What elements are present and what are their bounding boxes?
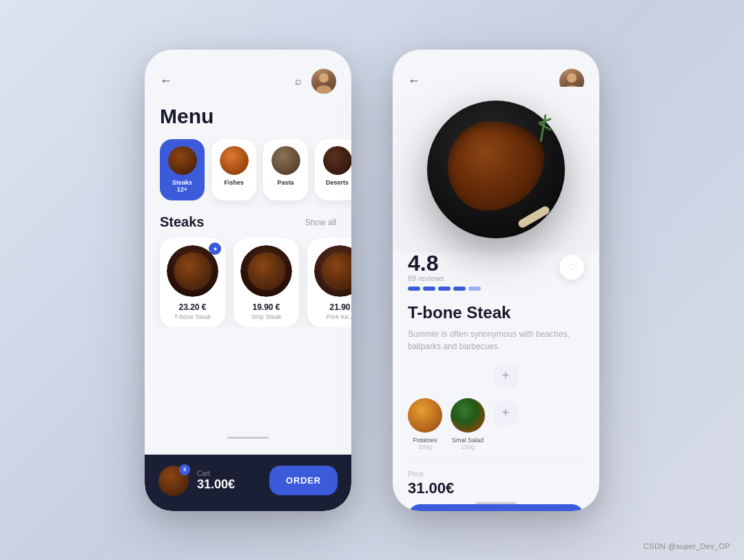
strip-plate bbox=[240, 245, 292, 297]
category-desserts[interactable]: Deserts bbox=[315, 139, 351, 201]
steak-circle bbox=[168, 146, 197, 175]
extra-potatoes[interactable]: Potatoes 200g bbox=[408, 398, 442, 450]
category-dessert-label: Deserts bbox=[326, 179, 349, 187]
steaks-section-title: Steaks bbox=[160, 214, 205, 230]
price-value: 31.00€ bbox=[408, 479, 584, 497]
category-fish-image bbox=[220, 146, 249, 175]
pork-image bbox=[314, 245, 351, 297]
order-button[interactable]: ORDER bbox=[269, 466, 338, 495]
cart-bar: 3 Cart 31.00€ ORDER bbox=[145, 455, 351, 511]
featured-badge: ★ bbox=[209, 242, 221, 255]
salad-label: Smal Salad bbox=[452, 437, 484, 444]
extras-plus-group: + + bbox=[493, 364, 518, 450]
steak-herb bbox=[540, 114, 547, 142]
strip-price: 19.90 € bbox=[240, 302, 292, 312]
rating-number: 4.8 bbox=[408, 252, 481, 274]
cart-count-badge: 3 bbox=[179, 464, 190, 475]
potatoes-label: Potatoes bbox=[413, 437, 437, 444]
cart-price: 31.00€ bbox=[197, 477, 261, 492]
tbone-price: 23.20 € bbox=[167, 302, 218, 312]
star-3 bbox=[438, 287, 451, 291]
phone-menu: ← ⌕ Menu Steaks 12+ Fishes bbox=[145, 50, 351, 511]
item-title: T-bone Steak bbox=[408, 303, 584, 322]
cart-label: Cart bbox=[197, 470, 261, 477]
detail-scroll-indicator bbox=[475, 502, 517, 504]
category-fish-label: Fishes bbox=[224, 179, 244, 187]
steak-meat bbox=[448, 121, 544, 211]
extras-row: Potatoes 200g Smal Salad 150g + + bbox=[408, 364, 584, 450]
category-steak-label: Steaks 12+ bbox=[172, 179, 192, 194]
heart-button[interactable]: ♡ bbox=[559, 255, 584, 280]
rating-row: 4.8 89 reviews ♡ bbox=[408, 252, 584, 300]
steak-bone bbox=[517, 205, 550, 229]
add-extra-button-1[interactable]: + bbox=[493, 364, 518, 388]
steak-hero-image bbox=[393, 87, 599, 252]
food-item-strip[interactable]: 19.90 € Strip Steak bbox=[234, 238, 299, 327]
category-steaks[interactable]: Steaks 12+ bbox=[160, 139, 205, 201]
salad-weight: 150g bbox=[461, 444, 475, 450]
category-dessert-image bbox=[323, 146, 352, 175]
star-1 bbox=[408, 287, 420, 291]
menu-header: ← ⌕ bbox=[145, 50, 351, 101]
pork-name: Pork Ke... bbox=[314, 313, 351, 320]
page-title: Menu bbox=[145, 101, 351, 139]
category-pasta-image bbox=[271, 146, 300, 175]
fish-circle bbox=[220, 146, 249, 175]
steaks-section-header: Steaks Show all bbox=[145, 200, 351, 238]
back-button[interactable]: ← bbox=[160, 74, 172, 88]
food-item-tbone[interactable]: ★ 23.20 € T-bone Steak bbox=[160, 238, 225, 327]
strip-image bbox=[240, 245, 292, 297]
item-description: Summer is often synonymous with beaches,… bbox=[408, 328, 584, 353]
category-pasta-label: Pasta bbox=[277, 179, 293, 187]
star-5 bbox=[468, 287, 481, 291]
add-cart-button[interactable]: ADD TO CART bbox=[408, 504, 584, 511]
tbone-name: T-bone Steak bbox=[167, 313, 218, 320]
category-fishes[interactable]: Fishes bbox=[211, 139, 256, 201]
steak-plate-large bbox=[427, 101, 565, 238]
cart-food-image: 3 bbox=[158, 466, 189, 496]
avatar[interactable] bbox=[311, 69, 336, 94]
extra-salad[interactable]: Smal Salad 150g bbox=[451, 398, 485, 450]
show-all-link[interactable]: Show all bbox=[305, 218, 336, 227]
stars-row bbox=[408, 287, 481, 291]
detail-content: 4.8 89 reviews ♡ T-bone Steak Summer is … bbox=[393, 252, 599, 511]
scroll-indicator bbox=[227, 437, 269, 439]
potatoes-image bbox=[408, 398, 442, 433]
potatoes-weight: 200g bbox=[418, 444, 432, 450]
price-label: Price bbox=[408, 470, 584, 478]
cart-info: Cart 31.00€ bbox=[197, 470, 261, 492]
dessert-circle bbox=[323, 146, 352, 175]
food-item-pork[interactable]: 21.90 Pork Ke... bbox=[307, 238, 351, 327]
reviews-text: 89 reviews bbox=[408, 274, 481, 282]
pork-plate bbox=[314, 245, 351, 297]
pork-price: 21.90 bbox=[314, 302, 351, 312]
rating-left: 4.8 89 reviews bbox=[408, 252, 481, 300]
food-item-list: ★ 23.20 € T-bone Steak 19.90 € Strip Ste… bbox=[145, 238, 351, 327]
add-extra-button-2[interactable]: + bbox=[493, 401, 518, 426]
star-2 bbox=[423, 287, 435, 291]
star-4 bbox=[453, 287, 466, 291]
pasta-circle bbox=[271, 146, 300, 175]
watermark: CSDN @super_Dev_OP bbox=[643, 542, 730, 550]
phone-detail: ← 4.8 89 reviews bbox=[393, 50, 599, 511]
category-pasta[interactable]: Pasta bbox=[263, 139, 308, 201]
avatar-image bbox=[311, 69, 336, 94]
salad-image bbox=[451, 398, 485, 433]
category-steak-image bbox=[168, 146, 197, 175]
strip-name: Strip Steak bbox=[240, 313, 292, 320]
search-icon[interactable]: ⌕ bbox=[295, 75, 302, 87]
header-right: ⌕ bbox=[295, 69, 336, 94]
category-list: Steaks 12+ Fishes Pasta Deserts bbox=[145, 139, 351, 201]
